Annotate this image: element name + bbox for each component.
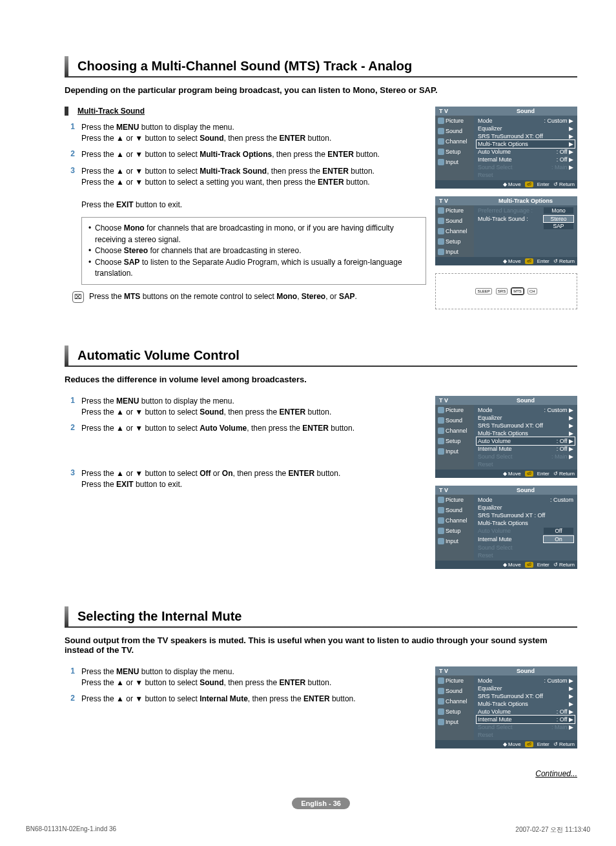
- note-box: Choose Mono for channels that are broadc…: [81, 217, 426, 285]
- option-sap: SAP: [544, 223, 573, 229]
- setup-icon: [438, 238, 444, 245]
- step-2: 2 Press the ▲ or ▼ button to select Mult…: [65, 149, 426, 160]
- step-number: 1: [65, 122, 81, 145]
- section-auto-volume: Automatic Volume Control Reduces the dif…: [65, 346, 577, 577]
- sub-title: Multi-Track Sound: [65, 107, 426, 116]
- footer-left: BN68-01131N-02Eng-1.indd 36: [26, 825, 116, 834]
- step-1: 1 Press the MENU button to display the m…: [65, 122, 426, 145]
- continued-text: Continued...: [65, 769, 577, 778]
- channel-icon: [438, 138, 444, 145]
- print-footer: BN68-01131N-02Eng-1.indd 36 2007-02-27 오…: [26, 825, 590, 834]
- section-intro: Reduces the difference in volume level a…: [65, 375, 577, 384]
- step-number: 2: [65, 149, 81, 160]
- option-stereo: Stereo: [544, 216, 573, 222]
- picture-icon: [438, 118, 444, 124]
- right-column: T VSound Picture Sound Channel Setup Inp…: [435, 107, 577, 309]
- remote-diagram: SLEEPSRSMTSCH: [435, 273, 577, 309]
- step-3: 3 Press the ▲ or ▼ button to select Mult…: [65, 166, 426, 211]
- osd-sound-menu: T VSound Picture Sound Channel Setup Inp…: [435, 107, 577, 189]
- section-intro: Depending on the particular program bein…: [65, 85, 577, 95]
- input-icon: [438, 249, 444, 255]
- left-column: Multi-Track Sound 1 Press the MENU butto…: [65, 107, 426, 309]
- sound-icon: [438, 128, 444, 134]
- osd-autovol-options: T VSound Picture Sound Channel Setup Inp…: [435, 486, 577, 569]
- osd-internalmute-menu: T VSound Picture Sound Channel Setup Inp…: [435, 666, 577, 748]
- step-number: 3: [65, 166, 81, 211]
- remote-tip: ⌧ Press the MTS buttons on the remote co…: [72, 291, 426, 303]
- section-title: Automatic Volume Control: [65, 346, 577, 367]
- section-title: Selecting the Internal Mute: [65, 606, 577, 628]
- page-number-badge: English - 36: [65, 798, 577, 809]
- sound-icon: [438, 218, 444, 224]
- section-title: Choosing a Multi-Channel Sound (MTS) Tra…: [65, 56, 577, 77]
- input-icon: [438, 159, 444, 165]
- setup-icon: [438, 149, 444, 155]
- section-internal-mute: Selecting the Internal Mute Sound output…: [65, 606, 577, 778]
- osd-mts-menu: T VMulti-Track Options Picture Sound Cha…: [435, 196, 577, 265]
- picture-icon: [438, 207, 444, 214]
- channel-icon: [438, 228, 444, 234]
- remote-icon: ⌧: [72, 291, 84, 303]
- section-intro: Sound output from the TV speakers is mut…: [65, 635, 577, 655]
- footer-right: 2007-02-27 오전 11:13:40: [515, 825, 590, 834]
- section-mts: Choosing a Multi-Channel Sound (MTS) Tra…: [65, 56, 577, 309]
- osd-autovol-menu: T VSound Picture Sound Channel Setup Inp…: [435, 396, 577, 478]
